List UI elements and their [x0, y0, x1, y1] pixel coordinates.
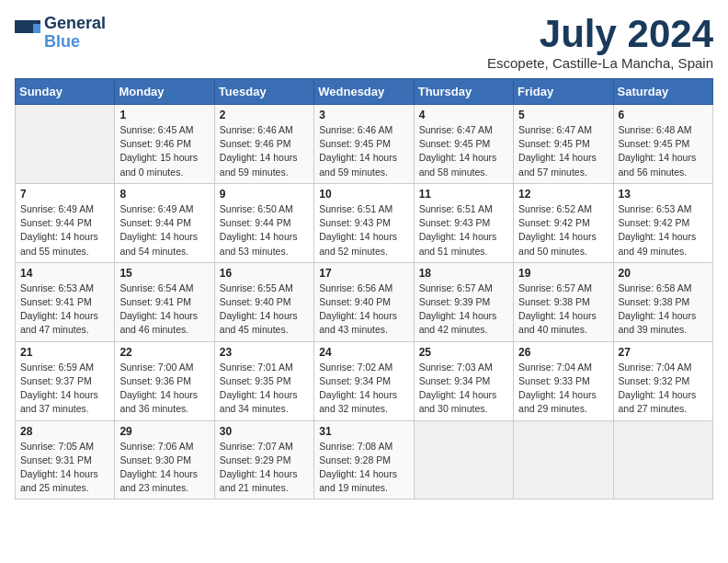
- day-number: 31: [319, 425, 408, 438]
- calendar-cell: 16Sunrise: 6:55 AMSunset: 9:40 PMDayligh…: [214, 262, 313, 341]
- weekday-header-saturday: Saturday: [613, 79, 712, 105]
- day-info: Sunrise: 6:57 AMSunset: 9:39 PMDaylight:…: [419, 282, 508, 338]
- svg-marker-2: [33, 24, 40, 33]
- calendar-cell: 1Sunrise: 6:45 AMSunset: 9:46 PMDaylight…: [115, 105, 214, 184]
- day-number: 27: [619, 346, 708, 359]
- day-number: 28: [20, 425, 109, 438]
- logo-line1: General: [44, 15, 106, 33]
- day-info: Sunrise: 7:08 AMSunset: 9:28 PMDaylight:…: [319, 440, 408, 496]
- calendar-cell: 2Sunrise: 6:46 AMSunset: 9:46 PMDaylight…: [214, 105, 313, 184]
- day-number: 1: [119, 109, 209, 121]
- day-info: Sunrise: 7:03 AMSunset: 9:34 PMDaylight:…: [419, 361, 508, 417]
- calendar-cell: 4Sunrise: 6:47 AMSunset: 9:45 PMDaylight…: [414, 105, 513, 184]
- day-info: Sunrise: 6:47 AMSunset: 9:45 PMDaylight:…: [419, 123, 508, 179]
- calendar-cell: 25Sunrise: 7:03 AMSunset: 9:34 PMDayligh…: [414, 341, 513, 420]
- day-info: Sunrise: 6:46 AMSunset: 9:45 PMDaylight:…: [319, 123, 408, 179]
- day-number: 29: [119, 425, 209, 438]
- weekday-header-sunday: Sunday: [16, 79, 115, 105]
- day-info: Sunrise: 6:54 AMSunset: 9:41 PMDaylight:…: [119, 282, 209, 338]
- calendar-cell: 10Sunrise: 6:51 AMSunset: 9:43 PMDayligh…: [314, 183, 414, 262]
- day-number: 18: [419, 267, 508, 280]
- calendar-cell: 29Sunrise: 7:06 AMSunset: 9:30 PMDayligh…: [115, 420, 214, 500]
- day-number: 3: [319, 109, 408, 121]
- day-number: 9: [220, 188, 309, 201]
- day-info: Sunrise: 7:07 AMSunset: 9:29 PMDaylight:…: [220, 440, 309, 496]
- weekday-row: SundayMondayTuesdayWednesdayThursdayFrid…: [16, 79, 713, 105]
- day-info: Sunrise: 6:55 AMSunset: 9:40 PMDaylight:…: [220, 282, 309, 338]
- day-number: 16: [220, 267, 309, 280]
- calendar-table: SundayMondayTuesdayWednesdayThursdayFrid…: [15, 78, 713, 500]
- day-number: 24: [319, 346, 408, 359]
- day-number: 2: [220, 109, 309, 121]
- day-number: 21: [20, 346, 109, 359]
- logo-text: General Blue: [44, 15, 106, 52]
- day-info: Sunrise: 6:56 AMSunset: 9:40 PMDaylight:…: [319, 282, 408, 338]
- calendar-cell: 8Sunrise: 6:49 AMSunset: 9:44 PMDaylight…: [115, 183, 214, 262]
- day-info: Sunrise: 6:46 AMSunset: 9:46 PMDaylight:…: [220, 123, 309, 179]
- day-info: Sunrise: 7:01 AMSunset: 9:35 PMDaylight:…: [220, 361, 309, 417]
- calendar-week-2: 7Sunrise: 6:49 AMSunset: 9:44 PMDaylight…: [16, 183, 713, 262]
- calendar-cell: 18Sunrise: 6:57 AMSunset: 9:39 PMDayligh…: [414, 262, 513, 341]
- calendar-cell: 30Sunrise: 7:07 AMSunset: 9:29 PMDayligh…: [214, 420, 313, 500]
- day-number: 12: [518, 188, 608, 201]
- calendar-cell: 26Sunrise: 7:04 AMSunset: 9:33 PMDayligh…: [514, 341, 613, 420]
- calendar-cell: 21Sunrise: 6:59 AMSunset: 9:37 PMDayligh…: [16, 341, 115, 420]
- day-info: Sunrise: 7:05 AMSunset: 9:31 PMDaylight:…: [20, 440, 109, 496]
- day-info: Sunrise: 7:00 AMSunset: 9:36 PMDaylight:…: [119, 361, 209, 417]
- day-info: Sunrise: 6:53 AMSunset: 9:41 PMDaylight:…: [20, 282, 109, 338]
- calendar-cell: 13Sunrise: 6:53 AMSunset: 9:42 PMDayligh…: [613, 183, 712, 262]
- day-number: 19: [518, 267, 608, 280]
- calendar-cell: 24Sunrise: 7:02 AMSunset: 9:34 PMDayligh…: [314, 341, 414, 420]
- calendar-cell: 27Sunrise: 7:04 AMSunset: 9:32 PMDayligh…: [613, 341, 712, 420]
- day-number: 8: [119, 188, 209, 201]
- calendar-cell: 23Sunrise: 7:01 AMSunset: 9:35 PMDayligh…: [214, 341, 313, 420]
- weekday-header-friday: Friday: [514, 79, 613, 105]
- calendar-cell: [613, 420, 712, 500]
- day-number: 14: [20, 267, 109, 280]
- day-info: Sunrise: 6:50 AMSunset: 9:44 PMDaylight:…: [220, 202, 309, 259]
- day-number: 20: [619, 267, 708, 280]
- calendar-week-5: 28Sunrise: 7:05 AMSunset: 9:31 PMDayligh…: [16, 420, 713, 500]
- svg-rect-1: [15, 33, 40, 46]
- calendar-cell: 22Sunrise: 7:00 AMSunset: 9:36 PMDayligh…: [115, 341, 214, 420]
- weekday-header-tuesday: Tuesday: [214, 79, 313, 105]
- calendar-cell: 11Sunrise: 6:51 AMSunset: 9:43 PMDayligh…: [414, 183, 513, 262]
- calendar-cell: 20Sunrise: 6:58 AMSunset: 9:38 PMDayligh…: [613, 262, 712, 341]
- calendar-cell: 15Sunrise: 6:54 AMSunset: 9:41 PMDayligh…: [115, 262, 214, 341]
- day-number: 25: [419, 346, 508, 359]
- calendar-week-3: 14Sunrise: 6:53 AMSunset: 9:41 PMDayligh…: [16, 262, 713, 341]
- logo-icon: [15, 20, 40, 46]
- day-info: Sunrise: 6:52 AMSunset: 9:42 PMDaylight:…: [518, 202, 608, 259]
- calendar-cell: 19Sunrise: 6:57 AMSunset: 9:38 PMDayligh…: [514, 262, 613, 341]
- day-number: 22: [119, 346, 209, 359]
- calendar-cell: 31Sunrise: 7:08 AMSunset: 9:28 PMDayligh…: [314, 420, 414, 500]
- day-number: 6: [619, 109, 708, 121]
- calendar-cell: 12Sunrise: 6:52 AMSunset: 9:42 PMDayligh…: [514, 183, 613, 262]
- day-info: Sunrise: 6:49 AMSunset: 9:44 PMDaylight:…: [20, 202, 109, 259]
- day-info: Sunrise: 7:06 AMSunset: 9:30 PMDaylight:…: [119, 440, 209, 496]
- day-info: Sunrise: 6:57 AMSunset: 9:38 PMDaylight:…: [518, 282, 608, 338]
- weekday-header-thursday: Thursday: [414, 79, 513, 105]
- calendar-cell: [16, 105, 115, 184]
- day-info: Sunrise: 6:49 AMSunset: 9:44 PMDaylight:…: [119, 202, 209, 259]
- day-info: Sunrise: 6:53 AMSunset: 9:42 PMDaylight:…: [619, 202, 708, 259]
- day-number: 5: [518, 109, 608, 121]
- day-number: 13: [619, 188, 708, 201]
- calendar-body: 1Sunrise: 6:45 AMSunset: 9:46 PMDaylight…: [16, 105, 713, 500]
- page-header: General Blue July 2024 Escopete, Castill…: [15, 15, 713, 71]
- day-number: 30: [220, 425, 309, 438]
- calendar-cell: 9Sunrise: 6:50 AMSunset: 9:44 PMDaylight…: [214, 183, 313, 262]
- calendar-cell: [414, 420, 513, 500]
- weekday-header-wednesday: Wednesday: [314, 79, 414, 105]
- day-number: 17: [319, 267, 408, 280]
- day-number: 26: [518, 346, 608, 359]
- day-number: 11: [419, 188, 508, 201]
- day-number: 10: [319, 188, 408, 201]
- calendar-header: SundayMondayTuesdayWednesdayThursdayFrid…: [16, 79, 713, 105]
- calendar-cell: 5Sunrise: 6:47 AMSunset: 9:45 PMDaylight…: [514, 105, 613, 184]
- day-info: Sunrise: 7:02 AMSunset: 9:34 PMDaylight:…: [319, 361, 408, 417]
- day-number: 15: [119, 267, 209, 280]
- day-info: Sunrise: 6:47 AMSunset: 9:45 PMDaylight:…: [518, 123, 608, 179]
- logo: General Blue: [15, 15, 106, 52]
- day-info: Sunrise: 6:58 AMSunset: 9:38 PMDaylight:…: [619, 282, 708, 338]
